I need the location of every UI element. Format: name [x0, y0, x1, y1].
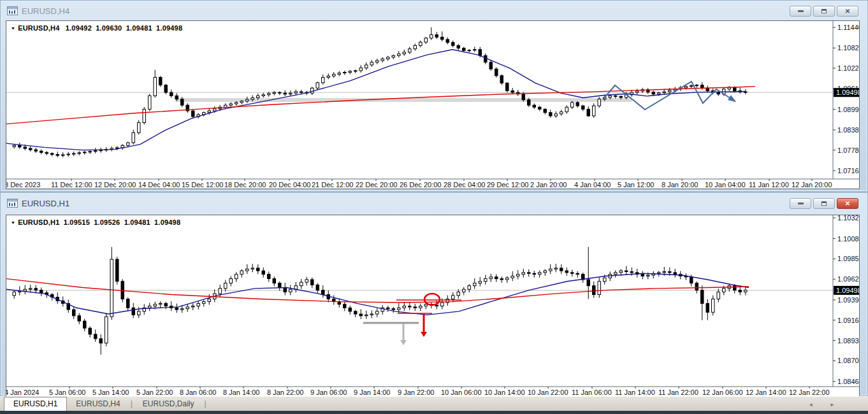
tab-eurusd-h4[interactable]: EURUSD,H4	[67, 397, 129, 411]
price-label: 1.10320	[837, 215, 859, 222]
chart-window-icon	[7, 6, 18, 15]
window-title: EURUSD,H1	[22, 199, 69, 208]
symbol-label: EURUSD,H4	[18, 24, 59, 32]
minimize-button[interactable]	[790, 198, 811, 209]
minimize-icon	[798, 203, 804, 204]
low-v: 1.09481	[126, 24, 152, 32]
time-label: 8 Jan 14:00	[223, 389, 260, 396]
titlebar-eurusd-h1[interactable]: EURUSD,H1 ✕	[2, 194, 866, 212]
tab-separator: |	[203, 399, 208, 411]
time-label: 10 Jan 04:00	[705, 181, 746, 189]
time-label: 26 Dec 20:00	[400, 181, 441, 189]
time-label: 9 Jan 22:00	[398, 389, 435, 396]
chart-tabbar: EURUSD,H1 EURUSD,H4 | EURUSD,Daily | ◄ ►	[0, 396, 868, 411]
close-v: 1.09498	[154, 218, 180, 226]
time-label: 5 Jan 14:00	[92, 389, 129, 396]
restore-icon	[821, 9, 827, 13]
price-label: 1.08930	[837, 337, 859, 345]
time-label: 10 Jan 22:00	[528, 389, 568, 396]
time-label: 11 Dec 12:00	[51, 181, 92, 189]
time-label: 12 Jan 06:00	[702, 389, 743, 396]
price-label: 1.08465	[837, 378, 859, 385]
price-label: 1.08380	[837, 126, 859, 134]
chart-canvas-h4[interactable]: 1.114401.108251.102251.096101.089951.083…	[6, 21, 859, 189]
price-label: 1.07165	[837, 167, 859, 175]
dropdown-icon: ▼	[11, 220, 15, 225]
dropdown-icon: ▼	[11, 26, 15, 31]
time-label: 15 Dec 12:00	[182, 181, 223, 189]
time-label: 8 Jan 06:00	[180, 389, 217, 396]
open-v: 1.09492	[66, 24, 92, 32]
tab-eurusd-h1[interactable]: EURUSD,H1	[4, 397, 67, 411]
time-label: 9 Jan 14:00	[354, 389, 391, 396]
close-button[interactable]: ✕	[837, 198, 858, 209]
chart-window-icon	[7, 199, 18, 208]
time-label: 4 Jan 04:00	[574, 181, 611, 189]
svg-text:1.09498: 1.09498	[836, 287, 859, 294]
titlebar-eurusd-h4[interactable]: EURUSD,H4 ✕	[2, 2, 866, 20]
window-eurusd-h1[interactable]: EURUSD,H1 ✕ ▼EURUSD,H1 1.09515 1.09526 1…	[0, 192, 868, 396]
gray-band-annotation	[175, 98, 632, 102]
time-label: 11 Jan 06:00	[572, 389, 612, 396]
price-axis[interactable]: 1.103201.100851.098551.096251.093901.091…	[833, 215, 859, 387]
taskbar-strip	[0, 411, 868, 414]
time-label: 8 Jan 20:00	[662, 181, 698, 189]
time-label: 12 Jan 22:00	[789, 389, 830, 396]
open-v: 1.09515	[64, 218, 90, 226]
time-label: 8 Jan 22:00	[267, 389, 304, 396]
symbol-label: EURUSD,H1	[18, 218, 59, 226]
price-label: 1.10825	[837, 44, 859, 52]
time-label: 20 Dec 04:00	[269, 181, 310, 189]
close-icon: ✕	[845, 200, 850, 207]
time-label: 12 Jan 14:00	[746, 389, 786, 396]
time-label: 11 Jan 22:00	[658, 389, 698, 396]
price-label: 1.09390	[837, 296, 859, 304]
time-label: 5 Jan 22:00	[136, 389, 173, 396]
high-v: 1.09526	[94, 218, 120, 226]
price-label: 1.10085	[837, 235, 859, 243]
close-v: 1.09498	[156, 24, 182, 32]
close-icon: ✕	[845, 8, 850, 15]
chart-area-h1[interactable]: ▼EURUSD,H1 1.09515 1.09526 1.09481 1.094…	[6, 215, 860, 397]
price-label: 1.09855	[837, 255, 859, 262]
price-label: 1.08700	[837, 357, 859, 364]
current-price-badge: 1.09498	[834, 88, 859, 97]
price-label: 1.08995	[837, 106, 859, 113]
svg-text:1.09498: 1.09498	[836, 89, 859, 96]
window-title: EURUSD,H4	[22, 6, 69, 16]
time-label: 5 Jan 12:00	[618, 181, 655, 189]
low-v: 1.09481	[124, 218, 150, 226]
price-label: 1.10225	[837, 64, 859, 72]
time-label: 28 Dec 04:00	[444, 181, 485, 189]
time-label: 10 Jan 06:00	[441, 389, 482, 396]
time-axis[interactable]: 8 Dec 202311 Dec 12:0012 Dec 20:0014 Dec…	[6, 179, 859, 189]
time-label: 22 Dec 20:00	[356, 181, 397, 189]
current-price-badge: 1.09498	[834, 286, 859, 295]
time-label: 12 Dec 20:00	[94, 181, 136, 189]
restore-button[interactable]	[813, 6, 835, 17]
chart-background	[6, 21, 859, 189]
tab-scroll-left-button[interactable]: ◄	[808, 402, 813, 408]
tab-eurusd-daily[interactable]: EURUSD,Daily	[134, 397, 203, 411]
price-label: 1.09160	[837, 317, 859, 324]
minimize-button[interactable]	[790, 6, 811, 17]
price-label: 1.07780	[837, 146, 859, 154]
time-label: 14 Dec 04:00	[138, 181, 180, 189]
chart-canvas-h1[interactable]: 1.103201.100851.098551.096251.093901.091…	[6, 215, 859, 396]
time-label: 4 Jan 2024	[6, 389, 39, 396]
chart-area-h4[interactable]: ▼EURUSD,H4 1.09492 1.09630 1.09481 1.094…	[6, 20, 860, 189]
tab-scroll-right-button[interactable]: ►	[830, 402, 835, 408]
time-label: 12 Jan 20:00	[792, 181, 832, 189]
price-axis[interactable]: 1.114401.108251.102251.096101.089951.083…	[833, 21, 859, 179]
close-button[interactable]: ✕	[837, 6, 858, 17]
tab-separator: |	[129, 399, 134, 411]
minimize-icon	[798, 10, 804, 12]
time-label: 2 Jan 20:00	[530, 181, 567, 189]
restore-button[interactable]	[813, 198, 835, 209]
ohlc-info-h4: ▼EURUSD,H4 1.09492 1.09630 1.09481 1.094…	[11, 24, 184, 32]
restore-icon	[821, 201, 827, 206]
time-label: 11 Jan 12:00	[749, 181, 789, 189]
price-label: 1.11440	[837, 24, 859, 31]
window-eurusd-h4[interactable]: EURUSD,H4 ✕ ▼EURUSD,H4 1.09492 1.09630 1…	[0, 0, 868, 192]
ohlc-info-h1: ▼EURUSD,H1 1.09515 1.09526 1.09481 1.094…	[11, 218, 182, 226]
